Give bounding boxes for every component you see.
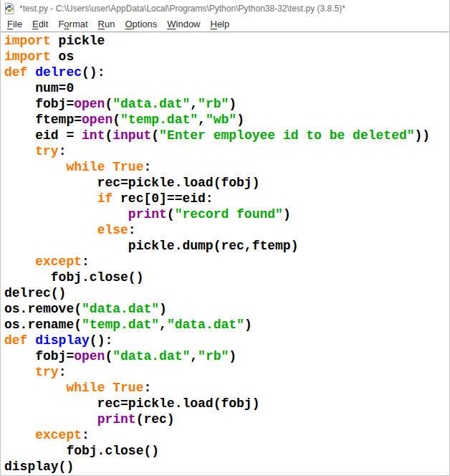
- code-line: fobj.close(): [4, 270, 449, 285]
- code-line: import os: [4, 49, 449, 65]
- menu-item-run[interactable]: Run: [93, 17, 120, 31]
- menu-item-window[interactable]: Window: [162, 17, 205, 31]
- menu-item-edit[interactable]: Edit: [27, 17, 53, 31]
- code-line: pickle.dump(rec,ftemp): [4, 238, 449, 254]
- code-line: os.remove("data.dat"): [4, 301, 449, 317]
- code-line: def delrec():: [4, 65, 449, 80]
- code-line: print("record found"): [4, 206, 449, 222]
- code-line: try:: [4, 364, 449, 380]
- code-line: try:: [4, 143, 449, 159]
- code-line: rec=pickle.load(fobj): [4, 396, 449, 411]
- python-file-icon: [4, 3, 15, 14]
- code-line: print(rec): [4, 411, 449, 427]
- menu-item-format[interactable]: Format: [53, 17, 92, 31]
- code-line: fobj=open("data.dat","rb"): [4, 348, 449, 364]
- code-line: import pickle: [4, 33, 449, 49]
- code-line: rec=pickle.load(fobj): [4, 175, 449, 191]
- menu-item-options[interactable]: Options: [120, 17, 162, 31]
- code-line: if rec[0]==eid:: [4, 191, 449, 206]
- code-line: display(): [4, 459, 449, 475]
- title-bar: *test.py - C:\Users\user\AppData\Local\P…: [1, 0, 449, 16]
- code-line: else:: [4, 222, 449, 238]
- code-line: num=0: [4, 80, 449, 96]
- code-line: os.rename("temp.dat","data.dat"): [4, 317, 449, 333]
- menu-bar: FileEditFormatRunOptionsWindowHelp: [1, 16, 449, 32]
- code-line: ftemp=open("temp.dat","wb"): [4, 112, 449, 128]
- code-line: while True:: [4, 380, 449, 396]
- code-line: except:: [4, 254, 449, 270]
- code-line: fobj.close(): [4, 443, 449, 459]
- menu-item-file[interactable]: File: [2, 17, 27, 31]
- window-title: *test.py - C:\Users\user\AppData\Local\P…: [19, 4, 345, 14]
- idle-editor-window: *test.py - C:\Users\user\AppData\Local\P…: [0, 0, 450, 476]
- code-line: while True:: [4, 159, 449, 175]
- code-editor[interactable]: import pickleimport osdef delrec(): num=…: [1, 32, 449, 475]
- code-line: fobj=open("data.dat","rb"): [4, 96, 449, 112]
- menu-item-help[interactable]: Help: [206, 17, 235, 31]
- code-line: def display():: [4, 333, 449, 348]
- code-line: eid = int(input("Enter employee id to be…: [4, 128, 449, 143]
- code-line: delrec(): [4, 285, 449, 301]
- code-line: except:: [4, 427, 449, 443]
